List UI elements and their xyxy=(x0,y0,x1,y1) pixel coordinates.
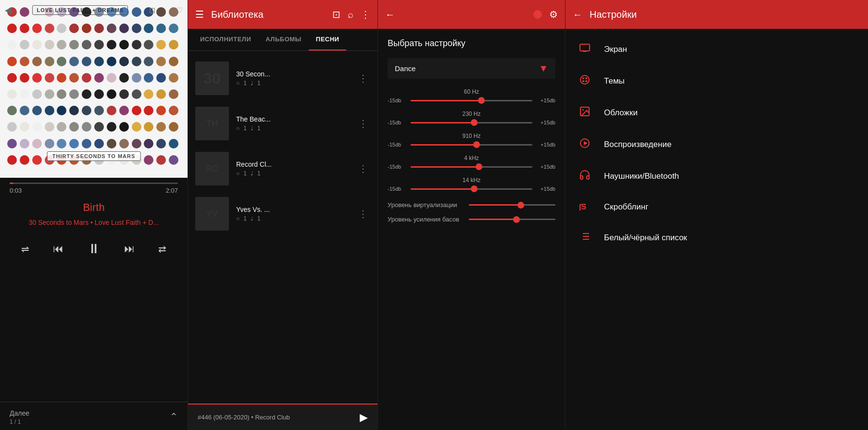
settings-item-label: Скробблинг xyxy=(604,202,648,212)
eq-slider[interactable] xyxy=(411,144,532,146)
eq-band-230hz: 230 Hz -15db +15db xyxy=(388,111,555,125)
dot xyxy=(144,89,153,99)
tab-songs[interactable]: ПЕСНИ xyxy=(309,29,347,50)
eq-freq-label: 60 Hz xyxy=(388,88,555,95)
list-item[interactable]: TH The Beac... ○ 1 ♩ 1 ⋮ xyxy=(188,101,377,146)
virtualization-slider[interactable] xyxy=(469,204,555,206)
eq-slider[interactable] xyxy=(411,122,532,123)
dot xyxy=(156,139,166,148)
tab-artists[interactable]: ИСПОЛНИТЕЛИ xyxy=(193,29,258,50)
dot xyxy=(82,24,91,33)
dot xyxy=(107,24,116,33)
dot xyxy=(57,73,66,83)
list-icon xyxy=(578,231,592,245)
dot xyxy=(32,40,42,49)
item-more-icon[interactable]: ⋮ xyxy=(356,115,370,132)
pause-button[interactable]: ⏸ xyxy=(87,241,101,257)
settings-item-label: Обложки xyxy=(604,108,638,118)
item-more-icon[interactable]: ⋮ xyxy=(356,160,370,177)
eq-min-db: -15db xyxy=(388,142,407,147)
eq-freq-label: 230 Hz xyxy=(388,111,555,117)
settings-item-playback[interactable]: Воспроизведение xyxy=(566,129,868,160)
dot xyxy=(119,106,129,115)
time-current: 0:03 xyxy=(10,187,22,194)
headphones-icon xyxy=(578,169,592,184)
expand-icon[interactable]: ⌃ xyxy=(170,411,178,422)
dot xyxy=(69,24,79,33)
more-icon[interactable]: ⋮ xyxy=(361,9,370,20)
item-more-icon[interactable]: ⋮ xyxy=(356,70,370,86)
back-icon[interactable]: ← xyxy=(385,9,395,20)
time-total: 2:07 xyxy=(166,187,178,194)
eq-slider[interactable] xyxy=(411,100,532,101)
settings-item-lists[interactable]: Белый/чёрный список xyxy=(566,222,868,254)
eq-section-title: Выбрать настройку xyxy=(388,38,555,49)
dot xyxy=(144,106,153,115)
dot xyxy=(7,122,17,132)
item-more-icon[interactable]: ⋮ xyxy=(356,206,370,222)
list-item[interactable]: RC Record Cl... ○ 1 ♩ 1 ⋮ xyxy=(188,146,377,191)
item-meta: ○ 1 ♩ 1 xyxy=(236,170,349,177)
dot xyxy=(69,122,79,132)
dot xyxy=(156,73,166,83)
dot xyxy=(57,40,66,49)
track-count: 1 xyxy=(257,215,261,222)
list-item[interactable]: YV Yves Vs. ... ○ 1 ♩ 1 ⋮ xyxy=(188,191,377,236)
list-item[interactable]: 30 30 Secon... ○ 1 ♩ 1 ⋮ xyxy=(188,56,377,101)
dot xyxy=(45,122,54,132)
dot xyxy=(94,73,104,83)
next-button[interactable]: ⏭ xyxy=(124,243,135,255)
dot xyxy=(7,40,17,49)
menu-icon[interactable]: ☰ xyxy=(195,9,204,20)
cast-library-icon[interactable]: ⊡ xyxy=(332,9,340,20)
settings-item-headphones[interactable]: Наушники/Bluetooth xyxy=(566,160,868,192)
tab-albums[interactable]: АЛЬБОМЫ xyxy=(258,29,309,50)
dot xyxy=(69,139,79,148)
dot xyxy=(7,139,17,148)
shuffle-button[interactable]: ⇌ xyxy=(21,243,29,255)
settings-item-label: Воспроизведение xyxy=(604,140,671,149)
bass-boost-slider[interactable] xyxy=(469,219,555,220)
search-icon[interactable]: ⌕ xyxy=(348,9,353,20)
album-overlay: ◀ LOVE LUST FAITH + DREAMS ⊡ ♡ xyxy=(0,5,188,15)
dot xyxy=(7,106,17,115)
dot xyxy=(107,139,116,148)
dot xyxy=(45,40,54,49)
back-icon[interactable]: ◀ xyxy=(5,5,12,15)
virtualization-label: Уровень виртуализации xyxy=(388,201,464,209)
eq-slider[interactable] xyxy=(411,188,532,190)
svg-rect-1 xyxy=(583,51,587,52)
settings-item-covers[interactable]: Обложки xyxy=(566,97,868,129)
item-meta: ○ 1 ♩ 1 xyxy=(236,215,349,222)
track-title: Birth xyxy=(0,197,188,216)
footer-play-button[interactable]: ▶ xyxy=(360,411,368,424)
item-art: TH xyxy=(195,107,229,140)
library-footer: #446 (06-05-2020) • Record Club ▶ xyxy=(188,404,377,430)
dot xyxy=(144,24,153,33)
repeat-button[interactable]: ⇄ xyxy=(158,243,166,255)
dot xyxy=(20,40,29,49)
eq-slider[interactable] xyxy=(411,166,532,168)
player-controls: ⇌ ⏮ ⏸ ⏭ ⇄ xyxy=(0,233,188,264)
dot xyxy=(169,139,178,148)
prev-button[interactable]: ⏮ xyxy=(53,243,63,255)
dot xyxy=(107,57,116,66)
settings-item-themes[interactable]: Темы xyxy=(566,65,868,97)
dot xyxy=(20,139,29,148)
item-info: The Beac... ○ 1 ♩ 1 xyxy=(236,115,349,132)
cast-icon[interactable]: ⊡ xyxy=(149,6,155,15)
back-icon[interactable]: ← xyxy=(573,9,582,20)
item-info: 30 Secon... ○ 1 ♩ 1 xyxy=(236,70,349,86)
eq-slider-row: -15db +15db xyxy=(388,164,555,170)
heart-icon[interactable]: ♡ xyxy=(176,6,183,15)
dot xyxy=(32,139,42,148)
settings-item-screen[interactable]: Экран xyxy=(566,34,868,65)
item-name: Yves Vs. ... xyxy=(236,206,349,213)
dot xyxy=(82,40,91,49)
eq-preset-selector[interactable]: Dance ▼ xyxy=(388,58,555,79)
album-count: 1 xyxy=(243,170,247,177)
header-icons: ⚙ xyxy=(533,9,558,20)
settings-icon[interactable]: ⚙ xyxy=(549,9,558,20)
settings-item-scrobbling[interactable]: ∫S Скробблинг xyxy=(566,192,868,222)
progress-bar[interactable] xyxy=(10,183,178,184)
